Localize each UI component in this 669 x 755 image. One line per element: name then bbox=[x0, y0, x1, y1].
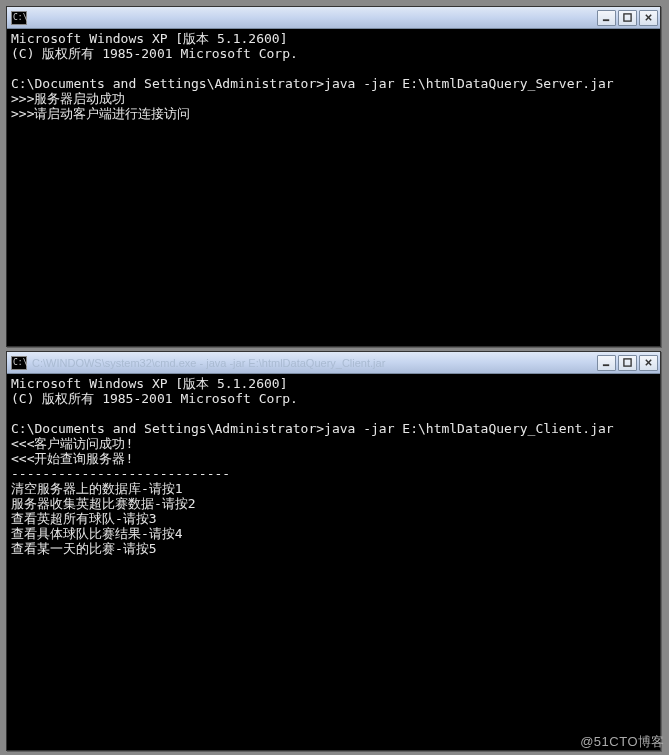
terminal-line: (C) 版权所有 1985-2001 Microsoft Corp. bbox=[11, 46, 656, 61]
maximize-button[interactable] bbox=[618, 355, 637, 371]
close-button[interactable] bbox=[639, 10, 658, 26]
minimize-button[interactable] bbox=[597, 10, 616, 26]
terminal-line: >>>请启动客户端进行连接访问 bbox=[11, 106, 656, 121]
terminal-line bbox=[11, 61, 656, 76]
terminal-line: 清空服务器上的数据库-请按1 bbox=[11, 481, 656, 496]
cmd-window-server: C:\ Microsoft Windows XP [版本 5.1.2600](C… bbox=[6, 6, 661, 347]
terminal-line: 查看英超所有球队-请按3 bbox=[11, 511, 656, 526]
svg-rect-4 bbox=[603, 364, 609, 366]
terminal-line: Microsoft Windows XP [版本 5.1.2600] bbox=[11, 31, 656, 46]
terminal-line: 查看具体球队比赛结果-请按4 bbox=[11, 526, 656, 541]
terminal-output[interactable]: Microsoft Windows XP [版本 5.1.2600](C) 版权… bbox=[7, 374, 660, 750]
titlebar[interactable]: C:\ bbox=[7, 7, 660, 29]
titlebar[interactable]: C:\ C:\WINDOWS\system32\cmd.exe - java -… bbox=[7, 352, 660, 374]
terminal-line: (C) 版权所有 1985-2001 Microsoft Corp. bbox=[11, 391, 656, 406]
terminal-line: <<<客户端访问成功! bbox=[11, 436, 656, 451]
svg-rect-0 bbox=[603, 19, 609, 21]
watermark: @51CTO博客 bbox=[580, 733, 665, 751]
maximize-button[interactable] bbox=[618, 10, 637, 26]
window-title: C:\WINDOWS\system32\cmd.exe - java -jar … bbox=[32, 357, 597, 369]
window-controls bbox=[597, 10, 658, 26]
cmd-window-client: C:\ C:\WINDOWS\system32\cmd.exe - java -… bbox=[6, 351, 661, 751]
terminal-line: C:\Documents and Settings\Administrator>… bbox=[11, 76, 656, 91]
terminal-line: >>>服务器启动成功 bbox=[11, 91, 656, 106]
terminal-output[interactable]: Microsoft Windows XP [版本 5.1.2600](C) 版权… bbox=[7, 29, 660, 346]
terminal-line: ---------------------------- bbox=[11, 466, 656, 481]
terminal-line: 服务器收集英超比赛数据-请按2 bbox=[11, 496, 656, 511]
terminal-line: 查看某一天的比赛-请按5 bbox=[11, 541, 656, 556]
svg-rect-1 bbox=[624, 14, 631, 21]
cmd-icon: C:\ bbox=[11, 356, 27, 370]
terminal-line: Microsoft Windows XP [版本 5.1.2600] bbox=[11, 376, 656, 391]
minimize-button[interactable] bbox=[597, 355, 616, 371]
terminal-line: C:\Documents and Settings\Administrator>… bbox=[11, 421, 656, 436]
close-button[interactable] bbox=[639, 355, 658, 371]
window-controls bbox=[597, 355, 658, 371]
cmd-icon: C:\ bbox=[11, 11, 27, 25]
svg-rect-5 bbox=[624, 359, 631, 366]
terminal-line bbox=[11, 406, 656, 421]
terminal-line: <<<开始查询服务器! bbox=[11, 451, 656, 466]
